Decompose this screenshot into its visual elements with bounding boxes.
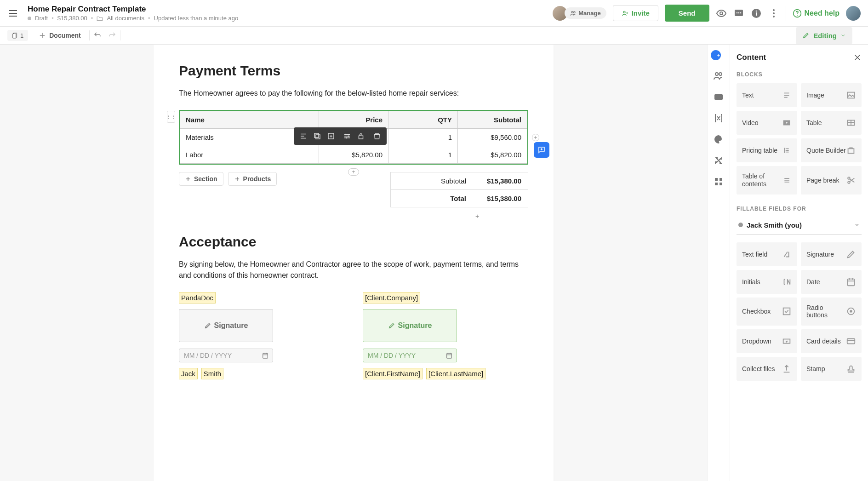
preview-icon[interactable] — [716, 8, 727, 19]
chevron-down-icon — [854, 222, 860, 228]
signature-field[interactable]: Signature — [363, 309, 457, 342]
design-icon[interactable] — [713, 134, 724, 145]
add-row-button[interactable]: + — [348, 168, 359, 176]
field-signature[interactable]: Signature — [801, 242, 862, 266]
more-icon[interactable] — [768, 8, 779, 19]
page-indicator[interactable]: 1 — [7, 30, 28, 41]
first-name-token[interactable]: Jack — [179, 368, 198, 379]
svg-rect-18 — [314, 133, 319, 137]
block-table[interactable]: Table — [801, 111, 862, 135]
video-icon[interactable] — [713, 92, 724, 103]
svg-point-33 — [784, 178, 785, 179]
lock-icon[interactable] — [354, 129, 368, 143]
plus-icon — [38, 31, 46, 40]
block-quote[interactable]: Quote Builder — [801, 138, 862, 162]
send-button[interactable]: Send — [665, 5, 709, 22]
redo-icon[interactable] — [108, 31, 116, 40]
info-icon[interactable] — [751, 8, 762, 19]
field-stamp[interactable]: Stamp — [801, 357, 862, 381]
briefcase-icon — [846, 145, 856, 155]
add-content-icon[interactable] — [711, 50, 721, 60]
svg-rect-25 — [715, 178, 718, 181]
svg-rect-24 — [714, 94, 723, 100]
align-icon[interactable] — [297, 129, 310, 143]
add-section-button[interactable]: Section — [179, 172, 223, 186]
undo-icon[interactable] — [93, 31, 102, 40]
date-field[interactable]: MM / DD / YYYY — [363, 349, 457, 362]
profile-avatar[interactable] — [846, 6, 861, 21]
company-token[interactable]: PandaDoc — [179, 292, 216, 303]
content-panel: Content BLOCKS Text Image Video Table Pr… — [730, 45, 868, 481]
scissors-icon — [846, 175, 856, 185]
svg-rect-29 — [848, 92, 855, 98]
svg-point-7 — [755, 10, 757, 11]
signature-field[interactable]: Signature — [179, 309, 273, 342]
apps-icon[interactable] — [713, 176, 724, 187]
drag-handle-icon[interactable]: ⋮⋮ — [167, 111, 175, 123]
totals-box: Subtotal$15,380.00 Total$15,380.00 — [390, 172, 528, 207]
amount-label: $15,380.00 — [57, 15, 87, 22]
svg-point-35 — [784, 182, 785, 183]
last-name-token[interactable]: Smith — [201, 368, 223, 379]
block-pagebreak[interactable]: Page break — [801, 166, 862, 195]
settings-sliders-icon[interactable] — [340, 129, 354, 143]
checkbox-icon — [782, 306, 792, 316]
help-button[interactable]: Need help — [793, 9, 839, 18]
sub-toolbar: 1 Document Editing — [0, 27, 868, 45]
add-total-row-button[interactable]: + — [473, 212, 481, 220]
svg-point-4 — [740, 12, 741, 13]
delete-icon[interactable] — [370, 129, 384, 143]
workflow-icon[interactable] — [713, 155, 724, 166]
field-collect[interactable]: Collect files — [737, 357, 797, 381]
recipients-icon[interactable] — [713, 70, 724, 81]
location-label[interactable]: All documents — [107, 15, 144, 22]
field-checkbox[interactable]: Checkbox — [737, 298, 797, 326]
menu-icon[interactable] — [7, 8, 18, 19]
add-products-button[interactable]: Products — [228, 172, 277, 186]
first-name-token[interactable]: [Client.FirstName] — [363, 368, 423, 379]
block-image[interactable]: Image — [801, 83, 862, 107]
recipient-selector[interactable]: Jack Smith (you) — [737, 218, 862, 235]
close-icon[interactable] — [853, 53, 862, 62]
folder-icon — [97, 16, 103, 21]
field-card[interactable]: Card details — [801, 329, 862, 353]
panel-title: Content — [737, 53, 766, 62]
field-initials[interactable]: Initials — [737, 270, 797, 294]
svg-rect-32 — [848, 149, 854, 153]
block-toc[interactable]: Table of contents — [737, 166, 797, 195]
field-date[interactable]: Date — [801, 270, 862, 294]
editing-mode-button[interactable]: Editing — [796, 27, 852, 44]
field-dropdown[interactable]: Dropdown — [737, 329, 797, 353]
company-token[interactable]: [Client.Company] — [363, 292, 420, 303]
acceptance-heading: Acceptance — [179, 234, 528, 250]
upload-icon — [782, 364, 792, 374]
svg-rect-26 — [720, 178, 722, 181]
svg-point-37 — [848, 181, 850, 183]
chat-icon[interactable] — [733, 8, 744, 19]
last-name-token[interactable]: [Client.LastName] — [426, 368, 485, 379]
svg-point-10 — [773, 16, 775, 17]
block-video[interactable]: Video — [737, 111, 797, 135]
block-text[interactable]: Text — [737, 83, 797, 107]
svg-rect-38 — [848, 279, 855, 286]
svg-rect-28 — [720, 183, 722, 185]
insert-icon[interactable] — [324, 129, 338, 143]
manage-button[interactable]: Manage — [565, 7, 606, 19]
svg-point-36 — [848, 177, 850, 179]
block-pricing[interactable]: Pricing table — [737, 138, 797, 162]
document-button[interactable]: Document — [34, 29, 85, 41]
svg-point-9 — [773, 12, 775, 14]
field-text[interactable]: Text field — [737, 242, 797, 266]
date-field[interactable]: MM / DD / YYYY — [179, 349, 273, 362]
text-cursor-icon — [782, 249, 792, 259]
people-icon — [570, 10, 577, 17]
add-comment-button[interactable] — [534, 142, 549, 158]
svg-rect-17 — [316, 135, 320, 139]
duplicate-icon[interactable] — [310, 129, 324, 143]
payment-terms-heading: Payment Terms — [179, 63, 528, 79]
field-radio[interactable]: Radio buttons — [801, 298, 862, 326]
variables-icon[interactable] — [713, 113, 724, 124]
fillable-label: FILLABLE FIELDS FOR — [737, 206, 862, 212]
add-column-button[interactable]: + — [532, 134, 539, 141]
invite-button[interactable]: Invite — [613, 5, 658, 21]
